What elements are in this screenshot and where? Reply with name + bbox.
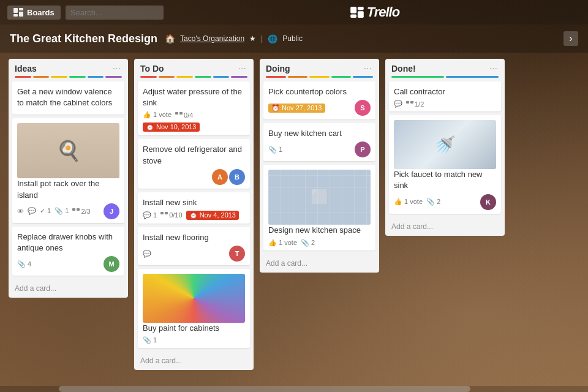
- list-ideas: Ideas···Get a new window valence to matc…: [9, 59, 128, 298]
- avatar: J: [104, 203, 119, 219]
- board-scrollbar-thumb: [59, 386, 470, 392]
- top-nav: Boards Trello: [0, 0, 588, 24]
- color-bar: [231, 76, 247, 78]
- card[interactable]: 🚿Pick faucet to match new sink👍 1 vote📎 …: [389, 115, 501, 213]
- svg-rect-7: [358, 11, 364, 18]
- card-footer: 📎 1: [143, 336, 245, 344]
- list-title-todo: To Do: [140, 64, 164, 74]
- card[interactable]: Pick countertop colors⏰ Nov 27, 2013S: [263, 81, 375, 119]
- svg-rect-6: [358, 7, 364, 10]
- card[interactable]: Buy paint for cabinets📎 1: [138, 269, 250, 348]
- card-meta: 👍 1 vote 0/4⏰ Nov 10, 2013: [143, 111, 245, 132]
- card[interactable]: Install new sink💬 1 0/10⏰ Nov 4, 2013: [138, 192, 250, 224]
- card-title: Pick faucet to match new sink: [394, 169, 496, 191]
- list-title-ideas: Ideas: [15, 64, 37, 74]
- list-header-ideas: Ideas···: [9, 59, 128, 76]
- list-menu-btn-ideas[interactable]: ···: [111, 64, 122, 74]
- card[interactable]: Call contractor💬 1/2: [389, 81, 501, 111]
- next-arrow-button[interactable]: ›: [564, 31, 578, 46]
- card-footer: AB: [143, 169, 245, 185]
- card-title: Install new sink: [143, 197, 245, 208]
- card-footer: 👍 1 vote📎 2: [268, 239, 371, 247]
- list-menu-btn-done[interactable]: ···: [488, 64, 499, 74]
- list-cards-todo: Adjust water pressure of the sink👍 1 vot…: [134, 81, 254, 352]
- badge-fraction: 0/10: [160, 211, 182, 219]
- card-title: Buy new kitchen cart: [268, 128, 371, 139]
- card-title: Design new kitchen space: [268, 225, 371, 236]
- board-meta: 🏠 Taco's Organization ★ | 🌐 Public: [165, 34, 303, 43]
- card[interactable]: Buy new kitchen cart📎 1P: [263, 123, 375, 161]
- search-input[interactable]: [66, 6, 164, 20]
- color-bar: [309, 76, 330, 78]
- color-bar: [288, 76, 308, 78]
- card-image-colorfan: [143, 274, 245, 323]
- card-footer: 💬 1 0/10⏰ Nov 4, 2013: [143, 211, 245, 220]
- card[interactable]: Remove old refrigerator and stoveAB: [138, 139, 250, 188]
- card-avatar-container: J: [104, 203, 119, 219]
- list-title-doing: Doing: [266, 64, 290, 74]
- list-header-done: Done!···: [385, 59, 505, 76]
- star-icon[interactable]: ★: [249, 34, 256, 43]
- badge-comment: 💬: [143, 250, 151, 258]
- color-bar: [446, 76, 499, 78]
- board-content: Ideas···Get a new window valence to matc…: [0, 53, 588, 392]
- card-title: Replace drawer knobs with antique ones: [17, 232, 119, 254]
- badge-vote: 👍 1 vote: [143, 111, 172, 119]
- avatar: S: [355, 100, 371, 116]
- card-footer: 💬 T: [143, 246, 245, 262]
- visibility-label: Public: [282, 34, 303, 43]
- badge-fraction: 1/2: [406, 100, 424, 108]
- add-card-button-ideas[interactable]: Add a card...: [9, 279, 128, 298]
- card-title: Buy paint for cabinets: [143, 323, 245, 334]
- boards-button[interactable]: Boards: [7, 6, 61, 20]
- card-image-blueprint: [268, 170, 371, 225]
- svg-rect-8: [72, 208, 75, 211]
- card-meta: 📎 1: [268, 146, 282, 154]
- color-bar: [69, 76, 86, 78]
- org-label[interactable]: Taco's Organization: [180, 34, 244, 43]
- badge-vote: 👍 1 vote: [268, 239, 297, 247]
- list-menu-btn-doing[interactable]: ···: [363, 64, 373, 74]
- badge-fraction: 0/4: [175, 111, 193, 119]
- color-bar: [51, 76, 67, 78]
- board-scrollbar[interactable]: [0, 386, 588, 392]
- avatar: K: [480, 194, 496, 210]
- svg-rect-14: [406, 101, 409, 104]
- card[interactable]: Replace drawer knobs with antique ones📎 …: [12, 227, 124, 276]
- badge-attach: 📎 2: [426, 198, 440, 206]
- avatar: M: [104, 256, 119, 272]
- svg-rect-12: [160, 212, 164, 214]
- add-card-button-todo[interactable]: Add a card...: [134, 352, 254, 370]
- org-icon: 🏠: [165, 34, 175, 43]
- badge-due: ⏰ Nov 10, 2013: [143, 123, 200, 132]
- card-footer: 📎 1P: [268, 141, 371, 157]
- card[interactable]: Install new flooring💬 T: [138, 227, 250, 265]
- logo-text: Trello: [367, 4, 400, 20]
- badge-fraction: 2/3: [72, 208, 90, 215]
- badge-check: ✓ 1: [40, 207, 51, 215]
- card[interactable]: Design new kitchen space👍 1 vote📎 2: [263, 165, 375, 250]
- card[interactable]: Adjust water pressure of the sink👍 1 vot…: [138, 81, 250, 135]
- card-meta: 📎 1: [143, 336, 157, 344]
- badge-attach: 📎 2: [301, 239, 315, 247]
- card-title: Pick countertop colors: [268, 86, 371, 97]
- add-card-button-done[interactable]: Add a card...: [385, 217, 505, 236]
- avatar: T: [229, 246, 245, 262]
- card[interactable]: Get a new window valence to match the ca…: [12, 81, 124, 115]
- list-colorbars-doing: [260, 76, 379, 81]
- badge-attach: 📎 4: [17, 260, 31, 268]
- boards-label: Boards: [27, 8, 55, 17]
- badge-eye: 👁: [17, 208, 24, 215]
- badge-due: ⏰ Nov 27, 2013: [268, 104, 325, 113]
- card[interactable]: Install pot rack over the island👁💬 ✓ 1📎 …: [12, 118, 124, 222]
- list-menu-btn-todo[interactable]: ···: [237, 64, 247, 74]
- list-cards-doing: Pick countertop colors⏰ Nov 27, 2013SBuy…: [260, 81, 379, 254]
- card-footer: 👍 1 vote📎 2K: [394, 194, 496, 210]
- card-title: Install new flooring: [143, 232, 245, 243]
- add-card-button-doing[interactable]: Add a card...: [260, 254, 379, 273]
- color-bar: [88, 76, 104, 78]
- color-bar: [331, 76, 352, 78]
- svg-rect-5: [350, 15, 356, 18]
- trello-logo: Trello: [350, 4, 400, 20]
- svg-rect-4: [350, 7, 356, 13]
